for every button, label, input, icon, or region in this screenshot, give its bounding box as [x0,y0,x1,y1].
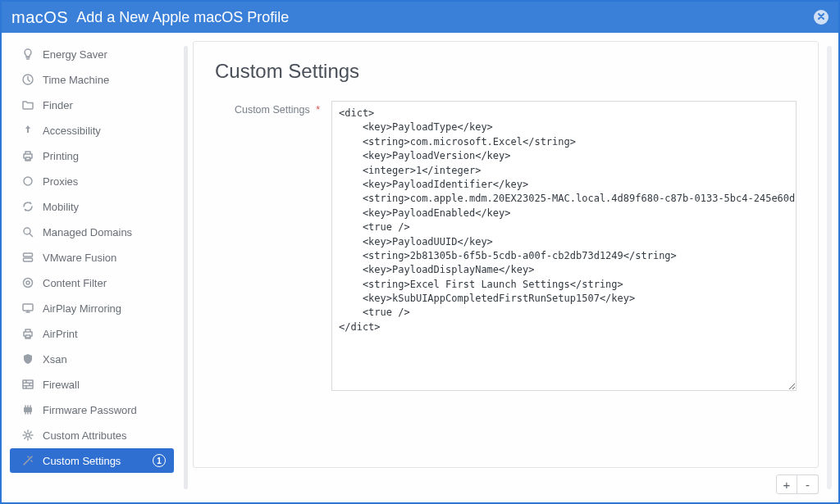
gear-icon [21,429,34,442]
custom-settings-field [331,101,797,394]
sidebar-item-label: Custom Attributes [43,429,166,442]
sidebar-item-custom-settings[interactable]: Custom Settings1 [10,448,174,473]
panel-scroll-track[interactable] [827,46,832,489]
sidebar-item-xsan[interactable]: Xsan [10,347,174,371]
person-up-icon [21,124,34,137]
sidebar-item-label: Printing [43,150,166,162]
custom-settings-row: Custom Settings * [215,101,797,394]
sidebar-item-airplay-mirroring[interactable]: AirPlay Mirroring [10,296,174,320]
sidebar-item-label: Proxies [43,175,166,188]
profile-editor-window: macOS Add a New Apple macOS Profile Ener… [0,0,840,504]
sidebar-scroll-track[interactable] [184,46,188,489]
main-area: Custom Settings Custom Settings * + - [193,41,822,494]
sidebar[interactable]: Energy SaverTime MachineFinderAccessibil… [5,41,179,494]
bulb-icon [21,48,34,61]
sidebar-item-content-filter[interactable]: Content Filter [10,270,174,295]
sidebar-item-energy-saver[interactable]: Energy Saver [10,42,174,66]
plus-icon: + [783,478,791,492]
chip-icon [21,403,34,416]
shield-icon [21,352,34,366]
add-payload-button[interactable]: + [776,474,797,494]
sidebar-item-custom-attributes[interactable]: Custom Attributes [10,423,174,447]
sidebar-item-label: Firmware Password [43,404,166,416]
sidebar-item-accessibility[interactable]: Accessibility [10,118,174,143]
sidebar-item-label: Energy Saver [43,48,166,61]
close-icon [817,11,825,23]
circle-icon [21,175,34,188]
printer-icon [21,327,34,340]
sidebar-item-airprint[interactable]: AirPrint [10,321,174,346]
titlebar-brand: macOS [11,8,68,27]
minus-icon: - [806,478,810,492]
wand-icon [21,454,34,467]
sidebar-item-mobility[interactable]: Mobility [10,194,174,219]
sidebar-item-label: Managed Domains [43,226,166,238]
target-icon [21,276,34,289]
firewall-icon [21,378,34,391]
sidebar-item-badge: 1 [153,454,166,467]
titlebar-title: Add a New Apple macOS Profile [76,9,289,26]
panel-heading: Custom Settings [215,60,797,83]
sidebar-item-finder[interactable]: Finder [10,93,174,117]
sidebar-item-label: Xsan [43,353,166,366]
sidebar-item-label: Finder [43,99,166,111]
monitor-icon [21,302,34,315]
body: Energy SaverTime MachineFinderAccessibil… [2,33,838,502]
printer-icon [21,149,34,162]
sidebar-item-firewall[interactable]: Firewall [10,372,174,397]
clock-icon [21,73,34,86]
footer-controls: + - [193,468,822,494]
sidebar-item-label: Mobility [43,201,166,213]
sync-icon [21,200,34,213]
close-button[interactable] [814,10,829,25]
search-icon [21,225,34,238]
sidebar-item-label: AirPlay Mirroring [43,302,166,315]
sidebar-item-label: Accessibility [43,125,166,137]
sidebar-item-printing[interactable]: Printing [10,143,174,168]
sidebar-item-proxies[interactable]: Proxies [10,169,174,193]
folder-icon [21,98,34,111]
sidebar-item-label: Content Filter [43,277,166,289]
custom-settings-textarea[interactable] [331,101,797,391]
sidebar-item-managed-domains[interactable]: Managed Domains [10,220,174,244]
remove-payload-button[interactable]: - [797,474,819,494]
settings-panel: Custom Settings Custom Settings * [193,41,819,468]
sidebar-item-label: VMware Fusion [43,252,166,264]
required-marker: * [316,104,320,116]
stack-icon [21,251,34,264]
sidebar-item-vmware-fusion[interactable]: VMware Fusion [10,245,174,270]
sidebar-item-label: Custom Settings [43,455,144,467]
sidebar-item-time-machine[interactable]: Time Machine [10,67,174,92]
sidebar-item-label: AirPrint [43,328,166,340]
sidebar-item-label: Time Machine [43,74,166,86]
sidebar-item-firmware-password[interactable]: Firmware Password [10,397,174,422]
titlebar: macOS Add a New Apple macOS Profile [2,2,838,33]
sidebar-item-label: Firewall [43,379,166,391]
custom-settings-label: Custom Settings * [215,101,320,116]
